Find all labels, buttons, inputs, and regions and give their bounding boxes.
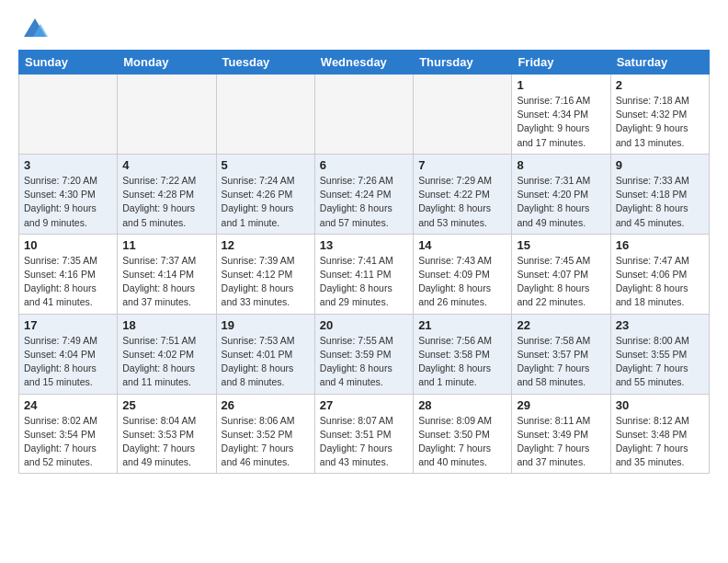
page-header [0, 0, 728, 50]
day-number: 16 [616, 238, 704, 252]
calendar-cell: 30Sunrise: 8:12 AMSunset: 3:48 PMDayligh… [610, 394, 709, 474]
calendar-cell: 18Sunrise: 7:51 AMSunset: 4:02 PMDayligh… [118, 314, 216, 394]
calendar-cell: 17Sunrise: 7:49 AMSunset: 4:04 PMDayligh… [19, 314, 118, 394]
logo-icon [22, 17, 48, 42]
day-info: Sunrise: 7:33 AMSunset: 4:18 PMDaylight:… [616, 174, 704, 230]
weekday-tuesday: Tuesday [216, 51, 314, 75]
day-info: Sunrise: 7:45 AMSunset: 4:07 PMDaylight:… [517, 254, 605, 310]
calendar-cell: 11Sunrise: 7:37 AMSunset: 4:14 PMDayligh… [118, 234, 216, 314]
calendar-cell: 13Sunrise: 7:41 AMSunset: 4:11 PMDayligh… [314, 234, 413, 314]
calendar-cell: 26Sunrise: 8:06 AMSunset: 3:52 PMDayligh… [216, 394, 314, 474]
weekday-thursday: Thursday [414, 51, 512, 75]
day-info: Sunrise: 7:37 AMSunset: 4:14 PMDaylight:… [122, 254, 210, 310]
day-number: 22 [517, 318, 605, 332]
day-info: Sunrise: 7:31 AMSunset: 4:20 PMDaylight:… [517, 174, 605, 230]
day-info: Sunrise: 8:12 AMSunset: 3:48 PMDaylight:… [616, 414, 704, 470]
calendar-cell [118, 75, 216, 155]
day-number: 1 [517, 78, 605, 92]
calendar-wrap: SundayMondayTuesdayWednesdayThursdayFrid… [0, 50, 728, 483]
day-number: 9 [616, 158, 704, 172]
day-info: Sunrise: 8:00 AMSunset: 3:55 PMDaylight:… [616, 334, 704, 390]
day-number: 6 [320, 158, 408, 172]
day-number: 15 [517, 238, 605, 252]
calendar-cell [19, 75, 118, 155]
calendar-body: 1Sunrise: 7:16 AMSunset: 4:34 PMDaylight… [19, 75, 710, 474]
day-number: 13 [320, 238, 408, 252]
day-number: 19 [222, 318, 310, 332]
day-number: 30 [616, 398, 704, 412]
day-number: 11 [122, 238, 210, 252]
calendar-cell: 4Sunrise: 7:22 AMSunset: 4:28 PMDaylight… [118, 154, 216, 234]
day-info: Sunrise: 7:51 AMSunset: 4:02 PMDaylight:… [122, 334, 210, 390]
weekday-sunday: Sunday [19, 51, 118, 75]
day-info: Sunrise: 7:22 AMSunset: 4:28 PMDaylight:… [122, 174, 210, 230]
weekday-header-row: SundayMondayTuesdayWednesdayThursdayFrid… [19, 51, 710, 75]
day-number: 5 [222, 158, 310, 172]
calendar-cell: 2Sunrise: 7:18 AMSunset: 4:32 PMDaylight… [610, 75, 709, 155]
weekday-friday: Friday [512, 51, 610, 75]
calendar-cell: 27Sunrise: 8:07 AMSunset: 3:51 PMDayligh… [314, 394, 413, 474]
day-info: Sunrise: 7:16 AMSunset: 4:34 PMDaylight:… [517, 94, 605, 150]
day-number: 23 [616, 318, 704, 332]
week-row-3: 17Sunrise: 7:49 AMSunset: 4:04 PMDayligh… [19, 314, 710, 394]
week-row-2: 10Sunrise: 7:35 AMSunset: 4:16 PMDayligh… [19, 234, 710, 314]
day-info: Sunrise: 8:09 AMSunset: 3:50 PMDaylight:… [418, 414, 506, 470]
day-info: Sunrise: 7:24 AMSunset: 4:26 PMDaylight:… [222, 174, 310, 230]
day-number: 3 [24, 158, 112, 172]
calendar-cell: 29Sunrise: 8:11 AMSunset: 3:49 PMDayligh… [512, 394, 610, 474]
day-number: 29 [517, 398, 605, 412]
calendar-cell: 21Sunrise: 7:56 AMSunset: 3:58 PMDayligh… [414, 314, 512, 394]
calendar-cell: 8Sunrise: 7:31 AMSunset: 4:20 PMDaylight… [512, 154, 610, 234]
week-row-1: 3Sunrise: 7:20 AMSunset: 4:30 PMDaylight… [19, 154, 710, 234]
calendar-cell: 6Sunrise: 7:26 AMSunset: 4:24 PMDaylight… [314, 154, 413, 234]
weekday-monday: Monday [118, 51, 216, 75]
day-info: Sunrise: 7:58 AMSunset: 3:57 PMDaylight:… [517, 334, 605, 390]
day-number: 2 [616, 78, 704, 92]
calendar-cell: 20Sunrise: 7:55 AMSunset: 3:59 PMDayligh… [314, 314, 413, 394]
calendar-cell: 22Sunrise: 7:58 AMSunset: 3:57 PMDayligh… [512, 314, 610, 394]
day-info: Sunrise: 8:11 AMSunset: 3:49 PMDaylight:… [517, 414, 605, 470]
day-number: 14 [418, 238, 506, 252]
calendar-cell: 16Sunrise: 7:47 AMSunset: 4:06 PMDayligh… [610, 234, 709, 314]
day-number: 24 [24, 398, 112, 412]
day-number: 17 [24, 318, 112, 332]
calendar-cell: 9Sunrise: 7:33 AMSunset: 4:18 PMDaylight… [610, 154, 709, 234]
calendar-cell: 12Sunrise: 7:39 AMSunset: 4:12 PMDayligh… [216, 234, 314, 314]
day-info: Sunrise: 8:07 AMSunset: 3:51 PMDaylight:… [320, 414, 408, 470]
logo [18, 17, 48, 42]
calendar-cell: 23Sunrise: 8:00 AMSunset: 3:55 PMDayligh… [610, 314, 709, 394]
week-row-4: 24Sunrise: 8:02 AMSunset: 3:54 PMDayligh… [19, 394, 710, 474]
day-number: 18 [122, 318, 210, 332]
day-info: Sunrise: 7:18 AMSunset: 4:32 PMDaylight:… [616, 94, 704, 150]
calendar-cell: 3Sunrise: 7:20 AMSunset: 4:30 PMDaylight… [19, 154, 118, 234]
day-info: Sunrise: 7:55 AMSunset: 3:59 PMDaylight:… [320, 334, 408, 390]
day-number: 8 [517, 158, 605, 172]
day-info: Sunrise: 7:29 AMSunset: 4:22 PMDaylight:… [418, 174, 506, 230]
day-info: Sunrise: 7:39 AMSunset: 4:12 PMDaylight:… [222, 254, 310, 310]
day-info: Sunrise: 7:49 AMSunset: 4:04 PMDaylight:… [24, 334, 112, 390]
calendar-cell: 14Sunrise: 7:43 AMSunset: 4:09 PMDayligh… [414, 234, 512, 314]
calendar-cell: 5Sunrise: 7:24 AMSunset: 4:26 PMDaylight… [216, 154, 314, 234]
day-number: 27 [320, 398, 408, 412]
calendar-cell [414, 75, 512, 155]
calendar-cell: 19Sunrise: 7:53 AMSunset: 4:01 PMDayligh… [216, 314, 314, 394]
calendar-cell: 15Sunrise: 7:45 AMSunset: 4:07 PMDayligh… [512, 234, 610, 314]
day-number: 26 [222, 398, 310, 412]
day-info: Sunrise: 7:56 AMSunset: 3:58 PMDaylight:… [418, 334, 506, 390]
day-info: Sunrise: 7:41 AMSunset: 4:11 PMDaylight:… [320, 254, 408, 310]
day-info: Sunrise: 7:35 AMSunset: 4:16 PMDaylight:… [24, 254, 112, 310]
day-number: 28 [418, 398, 506, 412]
day-number: 7 [418, 158, 506, 172]
calendar-cell: 10Sunrise: 7:35 AMSunset: 4:16 PMDayligh… [19, 234, 118, 314]
day-number: 20 [320, 318, 408, 332]
weekday-saturday: Saturday [610, 51, 709, 75]
day-number: 4 [122, 158, 210, 172]
day-info: Sunrise: 7:20 AMSunset: 4:30 PMDaylight:… [24, 174, 112, 230]
day-number: 12 [222, 238, 310, 252]
day-info: Sunrise: 7:53 AMSunset: 4:01 PMDaylight:… [222, 334, 310, 390]
day-info: Sunrise: 7:26 AMSunset: 4:24 PMDaylight:… [320, 174, 408, 230]
calendar-table: SundayMondayTuesdayWednesdayThursdayFrid… [18, 50, 710, 474]
calendar-cell: 28Sunrise: 8:09 AMSunset: 3:50 PMDayligh… [414, 394, 512, 474]
calendar-cell: 7Sunrise: 7:29 AMSunset: 4:22 PMDaylight… [414, 154, 512, 234]
calendar-cell: 24Sunrise: 8:02 AMSunset: 3:54 PMDayligh… [19, 394, 118, 474]
